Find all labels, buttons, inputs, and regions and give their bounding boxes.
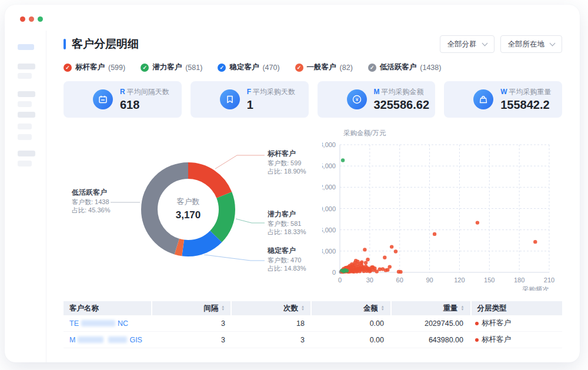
- check-circle-icon: ✓: [368, 64, 376, 72]
- customer-type-legend: ✓标杆客户(599)✓潜力客户(581)✓稳定客户(470)✓一般客户(82)✓…: [64, 62, 562, 72]
- legend-item-一般客户[interactable]: ✓一般客户(82): [295, 62, 353, 72]
- bookmark-icon: [220, 89, 240, 109]
- kpi-card-weight: W平均采购重量 155842.2: [444, 81, 562, 118]
- cell-amount: 0.00: [310, 315, 390, 331]
- column-header-label: 金额: [363, 304, 378, 314]
- window-control-dot[interactable]: [29, 16, 34, 22]
- kpi-value: 325586.62: [374, 98, 430, 112]
- check-circle-icon: ✓: [64, 64, 72, 72]
- title-accent-bar: [64, 39, 66, 49]
- callout-pct: 占比: 18.33%: [268, 228, 306, 236]
- scatter-chart-panel: 030609012015018021003,0006,0009,00012,00…: [322, 126, 562, 291]
- callout-benchmark: 标杆客户 客户数: 599 占比: 18.90%: [268, 149, 306, 175]
- customer-name-link[interactable]: MGIS: [69, 336, 142, 344]
- callout-count: 客户数: 581: [268, 219, 306, 228]
- donut-chart-panel: 客户数 3,170 标杆客户 客户数: 599 占比: 18.90% 潜力客户 …: [64, 126, 322, 291]
- callout-potential: 潜力客户 客户数: 581 占比: 18.33%: [268, 210, 306, 236]
- legend-item-潜力客户[interactable]: ✓潜力客户(581): [141, 62, 202, 72]
- kpi-letter: R: [120, 88, 125, 96]
- scatter-point-潜力客户: [342, 269, 346, 273]
- y-tick-label: 18,000: [322, 141, 336, 148]
- kpi-label: 平均采购金额: [382, 88, 424, 96]
- sort-icon[interactable]: ▲▼: [381, 305, 385, 311]
- legend-label: 一般客户: [307, 62, 336, 72]
- kpi-letter: M: [374, 88, 380, 96]
- column-header-times[interactable]: 次数▲▼: [232, 301, 310, 315]
- redacted-text: [78, 336, 103, 343]
- cell-segment: 标杆客户: [469, 315, 561, 331]
- y-tick-label: 6,000: [322, 226, 336, 234]
- calendar-icon: [93, 89, 113, 109]
- table-header: 客户名称间隔▲▼次数▲▼金额▲▼重量▲▼分层类型: [64, 301, 562, 315]
- x-tick-label: 0: [338, 276, 342, 284]
- scatter-point-标杆客户: [476, 221, 479, 224]
- window-control-dot[interactable]: [20, 16, 25, 22]
- legend-item-低活跃客户[interactable]: ✓低活跃客户(1438): [368, 62, 442, 72]
- scatter-chart: 030609012015018021003,0006,0009,00012,00…: [322, 126, 562, 291]
- customer-table: 客户名称间隔▲▼次数▲▼金额▲▼重量▲▼分层类型 TENC3180.002029…: [64, 301, 562, 348]
- scatter-point-标杆客户: [390, 245, 393, 248]
- sidebar-skeleton: [5, 31, 46, 362]
- kpi-value: 1: [247, 98, 295, 112]
- donut-center-label: 客户数 3,170: [153, 196, 223, 221]
- legend-item-标杆客户[interactable]: ✓标杆客户(599): [64, 62, 125, 72]
- callout-title: 稳定客户: [268, 246, 306, 255]
- y-tick-label: 9,000: [322, 205, 336, 212]
- redacted-text: [108, 336, 127, 343]
- table-body: TENC3180.002029745.00标杆客户MGIS330.0064398…: [64, 315, 562, 348]
- x-tick-label: 60: [396, 276, 403, 284]
- scatter-point-标杆客户: [368, 269, 372, 273]
- sort-icon[interactable]: ▲▼: [461, 305, 465, 311]
- column-header-name: 客户名称: [64, 301, 151, 315]
- kpi-label: 平均间隔天数: [127, 88, 169, 96]
- kpi-value: 618: [120, 98, 169, 112]
- y-tick-label: 15,000: [322, 162, 336, 169]
- table-row: TENC3180.002029745.00标杆客户: [64, 315, 562, 332]
- customer-name-link[interactable]: TENC: [69, 319, 128, 328]
- window-control-dot[interactable]: [38, 16, 43, 22]
- scatter-point-潜力客户: [341, 158, 345, 162]
- callout-pct: 占比: 45.36%: [72, 206, 110, 214]
- group-filter-dropdown[interactable]: 全部分群: [440, 35, 495, 53]
- scatter-point-标杆客户: [399, 270, 402, 274]
- y-tick-label: 3,000: [322, 248, 336, 255]
- scatter-point-标杆客户: [384, 268, 387, 272]
- svg-text:¥: ¥: [355, 96, 358, 102]
- callout-title: 标杆客户: [268, 149, 306, 158]
- scatter-point-标杆客户: [364, 261, 368, 265]
- scatter-point-标杆客户: [533, 240, 537, 244]
- redacted-text: [81, 320, 115, 326]
- x-tick-label: 30: [366, 276, 373, 284]
- check-circle-icon: ✓: [218, 64, 226, 72]
- column-header-amount[interactable]: 金额▲▼: [312, 301, 390, 315]
- name-text: NC: [118, 319, 128, 328]
- callout-stable: 稳定客户 客户数: 470 占比: 14.83%: [268, 246, 306, 272]
- x-axis-title: 采购频次: [522, 286, 549, 291]
- kpi-letter: W: [500, 88, 507, 96]
- location-filter-dropdown[interactable]: 全部所在地: [500, 35, 563, 53]
- location-filter-label: 全部所在地: [508, 39, 545, 49]
- kpi-card-frequency: F平均采购天数 1: [191, 81, 309, 118]
- sort-icon[interactable]: ▲▼: [221, 305, 225, 311]
- name-text: M: [69, 336, 75, 344]
- legend-item-稳定客户[interactable]: ✓稳定客户(470): [218, 62, 279, 72]
- kpi-card-recency: R平均间隔天数 618: [64, 81, 182, 118]
- check-circle-icon: ✓: [141, 64, 149, 72]
- cell-interval: 3: [152, 315, 231, 331]
- column-header-interval[interactable]: 间隔▲▼: [152, 301, 231, 315]
- sort-icon[interactable]: ▲▼: [301, 305, 305, 311]
- segment-label: 标杆客户: [482, 335, 511, 345]
- scatter-point-标杆客户: [394, 249, 397, 253]
- bag-icon: [473, 89, 493, 109]
- kpi-value: 155842.2: [500, 98, 551, 112]
- callout-line-potential: [236, 219, 265, 223]
- filter-group: 全部分群 全部所在地: [440, 35, 563, 53]
- legend-label: 稳定客户: [229, 62, 259, 72]
- column-header-weight[interactable]: 重量▲▼: [392, 301, 470, 315]
- page-header: 客户分层明细 全部分群 全部所在地: [64, 35, 562, 53]
- cell-name: TENC: [64, 315, 152, 331]
- main-content: 客户分层明细 全部分群 全部所在地 ✓标杆客户(599)✓潜力客户(581)✓稳…: [46, 5, 580, 362]
- legend-count: (1438): [420, 64, 441, 72]
- app-window: 客户分层明细 全部分群 全部所在地 ✓标杆客户(599)✓潜力客户(581)✓稳…: [5, 5, 580, 362]
- cell-weight: 643980.00: [390, 332, 469, 348]
